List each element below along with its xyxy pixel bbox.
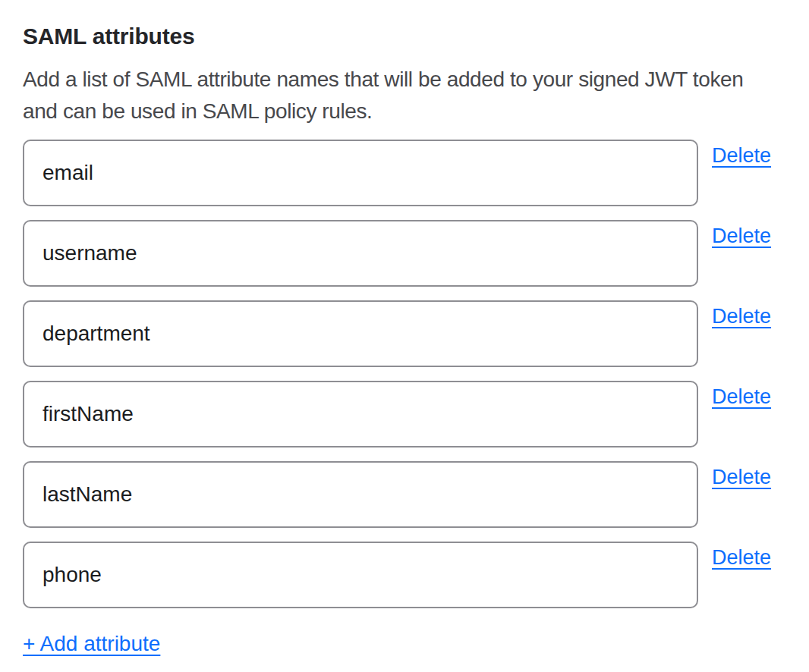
saml-attributes-section: SAML attributes Add a list of SAML attri… (0, 0, 809, 672)
attribute-row: Delete (23, 542, 776, 608)
delete-attribute-link[interactable]: Delete (712, 305, 771, 328)
attribute-list: Delete Delete Delete Delete Delete Delet… (23, 140, 776, 608)
attribute-input-firstname[interactable] (23, 381, 698, 447)
delete-attribute-link[interactable]: Delete (712, 225, 771, 247)
attribute-row: Delete (23, 220, 776, 287)
delete-attribute-link[interactable]: Delete (712, 466, 771, 488)
attribute-row: Delete (23, 381, 776, 447)
attribute-input-username[interactable] (23, 220, 698, 287)
attribute-input-phone[interactable] (23, 542, 698, 608)
attribute-input-lastname[interactable] (23, 461, 698, 528)
section-title: SAML attributes (23, 21, 776, 52)
section-description: Add a list of SAML attribute names that … (23, 64, 776, 127)
attribute-row: Delete (23, 300, 776, 367)
attribute-input-email[interactable] (23, 140, 698, 206)
attribute-row: Delete (23, 140, 776, 206)
add-attribute-link[interactable]: + Add attribute (23, 631, 160, 657)
delete-attribute-link[interactable]: Delete (712, 144, 771, 167)
attribute-input-department[interactable] (23, 300, 698, 367)
delete-attribute-link[interactable]: Delete (712, 546, 771, 569)
attribute-row: Delete (23, 461, 776, 528)
delete-attribute-link[interactable]: Delete (712, 385, 771, 408)
